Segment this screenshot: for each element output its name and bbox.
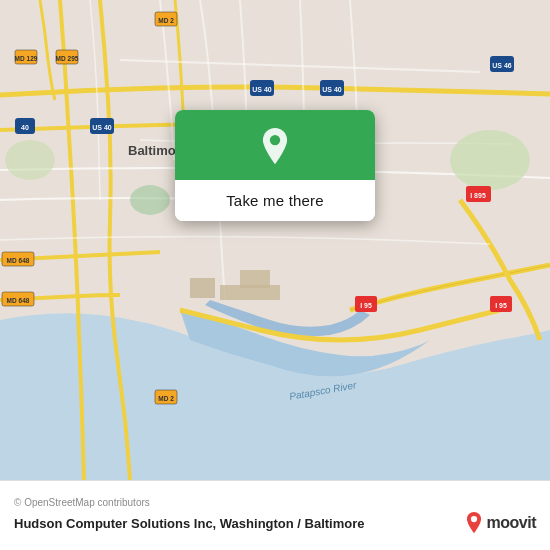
svg-text:US 40: US 40 [92, 124, 112, 131]
svg-text:I 895: I 895 [470, 192, 486, 199]
svg-point-2 [5, 140, 55, 180]
svg-text:MD 129: MD 129 [15, 55, 38, 62]
svg-text:MD 2: MD 2 [158, 17, 174, 24]
svg-rect-35 [240, 270, 270, 288]
svg-text:US 46: US 46 [492, 62, 512, 69]
svg-text:MD 648: MD 648 [7, 257, 30, 264]
popup-header [175, 110, 375, 180]
svg-text:I 95: I 95 [360, 302, 372, 309]
svg-text:MD 295: MD 295 [56, 55, 79, 62]
copyright-text: © OpenStreetMap contributors [14, 497, 536, 508]
svg-text:MD 2: MD 2 [158, 395, 174, 402]
moovit-text: moovit [487, 514, 536, 532]
svg-text:US 40: US 40 [252, 86, 272, 93]
svg-text:US 40: US 40 [322, 86, 342, 93]
svg-rect-36 [190, 278, 215, 298]
svg-point-3 [130, 185, 170, 215]
take-me-there-button[interactable]: Take me there [175, 180, 375, 221]
moovit-logo: moovit [463, 512, 536, 534]
location-popup: Take me there [175, 110, 375, 221]
location-pin-icon [256, 128, 294, 166]
svg-text:I 95: I 95 [495, 302, 507, 309]
map-view[interactable]: 40 US 40 US 40 US 40 US 46 MD 129 MD 2 M… [0, 0, 550, 480]
svg-text:40: 40 [21, 124, 29, 131]
svg-point-37 [270, 135, 280, 145]
moovit-pin-icon [463, 512, 485, 534]
svg-point-1 [450, 130, 530, 190]
company-info: Hudson Computer Solutions Inc, Washingto… [14, 512, 536, 534]
footer: © OpenStreetMap contributors Hudson Comp… [0, 480, 550, 550]
svg-point-38 [470, 516, 476, 522]
company-name: Hudson Computer Solutions Inc, Washingto… [14, 516, 365, 531]
map-background: 40 US 40 US 40 US 40 US 46 MD 129 MD 2 M… [0, 0, 550, 480]
svg-text:MD 648: MD 648 [7, 297, 30, 304]
svg-text:Baltimo: Baltimo [128, 143, 176, 158]
